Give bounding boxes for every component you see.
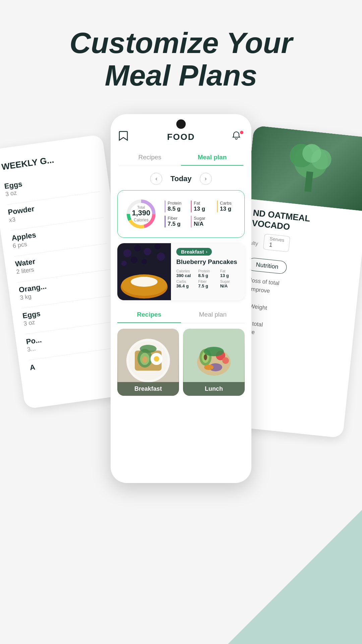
svg-point-37 — [204, 354, 207, 360]
list-item: A — [29, 351, 123, 372]
prev-date-button[interactable]: ‹ — [150, 173, 162, 185]
breakfast-label: Breakfast — [117, 382, 179, 396]
serves-badge: Serves 1 — [263, 234, 290, 252]
svg-point-14 — [155, 244, 161, 250]
calories-donut-chart: Total 1,390 Calories — [124, 197, 158, 231]
svg-point-17 — [157, 253, 165, 261]
veggie-illustration — [274, 135, 347, 202]
svg-point-18 — [141, 259, 147, 264]
nutrition-stats: Protein 8.5 g Fat 13 g Carbs 13 g Fiber … — [165, 201, 238, 227]
bottom-tab-meal-plan[interactable]: Meal plan — [181, 307, 245, 323]
svg-point-28 — [142, 356, 147, 363]
main-phone: FOOD Recipes Meal plan ‹ Today › — [111, 114, 251, 483]
recipe-description: e loss of total o improve ge g. Weight s… — [240, 276, 350, 346]
tab-meal-plan[interactable]: Meal plan — [181, 150, 243, 166]
recipe-card-lunch[interactable]: Lunch — [183, 329, 245, 396]
fat-stat: Fat 13 g — [191, 201, 212, 212]
recipe-hero-image — [246, 125, 362, 211]
recipe-card-breakfast[interactable]: Breakfast — [117, 329, 179, 396]
bottom-tabs: Recipes Meal plan — [117, 307, 245, 323]
main-tabs: Recipes Meal plan — [119, 150, 243, 166]
svg-point-42 — [204, 347, 224, 356]
grocery-title: WEEKLY G... — [1, 149, 96, 172]
notification-dot — [240, 131, 243, 134]
meal-info: Breakfast › Blueberry Pancakes Calories … — [171, 243, 245, 300]
phone-title: FOOD — [167, 132, 195, 142]
date-navigation: ‹ Today › — [111, 166, 251, 190]
tab-recipes[interactable]: Recipes — [119, 150, 181, 166]
carbs-stat: Carbs 13 g — [217, 201, 238, 212]
pancake-illustration — [117, 243, 171, 300]
meal-name: Blueberry Pancakes — [176, 258, 239, 266]
page-heading: Customize Your Meal Plans — [0, 0, 362, 105]
svg-point-11 — [123, 249, 131, 257]
meal-protein: Protein 8.5 g — [198, 269, 217, 278]
bell-icon[interactable] — [231, 131, 243, 143]
nutrition-button[interactable]: Nutrition — [247, 257, 287, 274]
next-date-button[interactable]: › — [200, 173, 212, 185]
meal-fiber: Fiber 7.5 g — [198, 279, 217, 288]
svg-point-41 — [204, 365, 214, 370]
svg-point-39 — [222, 357, 229, 364]
bottom-tab-recipes[interactable]: Recipes — [117, 307, 181, 323]
meal-carbs: Carbs 36.4 g — [176, 279, 195, 288]
lunch-label: Lunch — [183, 382, 245, 396]
svg-point-21 — [131, 277, 158, 287]
svg-point-15 — [121, 261, 127, 266]
current-date: Today — [170, 174, 191, 183]
svg-point-31 — [140, 345, 157, 353]
main-title: Customize Your Meal Plans — [20, 27, 342, 92]
protein-stat: Protein 8.5 g — [165, 201, 185, 212]
svg-point-12 — [134, 245, 141, 252]
nutrition-summary-card: Total 1,390 Calories Protein 8.5 g Fat 1… — [117, 190, 245, 238]
sugar-stat: Sugar N/A — [191, 216, 212, 227]
recipe-category-grid: Breakfast — [117, 329, 245, 396]
meal-calories: Calories 390 cal — [176, 269, 195, 278]
bookmark-icon[interactable] — [119, 131, 131, 143]
svg-point-30 — [154, 356, 159, 362]
meal-category-tag: Breakfast › — [176, 248, 212, 256]
meal-fat: Fat 13 g — [220, 269, 239, 278]
svg-point-16 — [131, 257, 137, 263]
meal-food-image — [117, 243, 171, 300]
phone-notch — [176, 119, 186, 129]
svg-point-13 — [144, 248, 151, 255]
meal-nutrition-stats: Calories 390 cal Protein 8.5 g Fat 13 g … — [176, 269, 239, 288]
cards-area: WEEKLY G... ‹ Eggs 3 oz Powder x3 Apples… — [0, 114, 362, 644]
fiber-stat: Fiber 7.5 g — [165, 216, 185, 227]
meal-sugar: Sugar N/A — [220, 279, 239, 288]
breakfast-meal-card[interactable]: Breakfast › Blueberry Pancakes Calories … — [117, 243, 245, 300]
